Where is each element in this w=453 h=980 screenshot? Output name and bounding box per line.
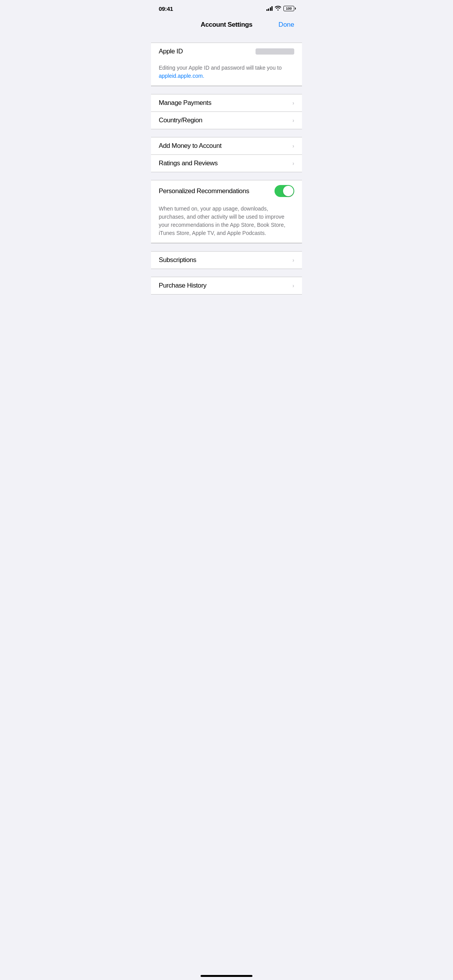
manage-payments-label: Manage Payments — [159, 99, 211, 107]
section-spacer-bottom — [151, 295, 302, 302]
subscriptions-section: Subscriptions › — [151, 251, 302, 269]
personalized-recs-label: Personalized Recommendations — [159, 187, 249, 195]
done-button[interactable]: Done — [278, 19, 294, 30]
section-spacer-5 — [151, 243, 302, 251]
ratings-reviews-label: Ratings and Reviews — [159, 159, 218, 167]
purchase-history-right: › — [292, 283, 294, 289]
section-spacer-6 — [151, 269, 302, 277]
status-bar: 09:41 100 — [151, 0, 302, 17]
country-region-chevron: › — [292, 117, 294, 123]
nav-bar: Account Settings Done — [151, 17, 302, 35]
subscriptions-label: Subscriptions — [159, 256, 196, 264]
ratings-reviews-chevron: › — [292, 160, 294, 166]
status-icons: 100 — [266, 6, 295, 12]
signal-icon — [266, 6, 273, 11]
section-spacer-3 — [151, 129, 302, 137]
toggle-knob — [283, 186, 293, 196]
apple-id-link[interactable]: appleid.apple.com. — [159, 73, 204, 79]
personalized-recs-description: When turned on, your app usage, download… — [151, 202, 302, 243]
subscriptions-right: › — [292, 257, 294, 263]
manage-payments-chevron: › — [292, 100, 294, 106]
subscriptions-chevron: › — [292, 257, 294, 263]
apple-id-info: Editing your Apple ID and password will … — [151, 60, 302, 86]
personalized-section: Personalized Recommendations When turned… — [151, 180, 302, 243]
ratings-reviews-right: › — [292, 160, 294, 166]
manage-payments-right: › — [292, 100, 294, 106]
wifi-icon — [275, 6, 281, 12]
apple-id-row[interactable]: Apple ID — [151, 43, 302, 60]
personalized-recs-row: Personalized Recommendations — [151, 180, 302, 202]
ratings-reviews-row[interactable]: Ratings and Reviews › — [151, 154, 302, 172]
purchase-history-row[interactable]: Purchase History › — [151, 277, 302, 294]
page-content: Apple ID Editing your Apple ID and passw… — [151, 35, 302, 315]
status-time: 09:41 — [159, 5, 173, 12]
money-ratings-section: Add Money to Account › Ratings and Revie… — [151, 137, 302, 172]
add-money-right: › — [292, 143, 294, 149]
purchase-history-chevron: › — [292, 283, 294, 289]
apple-id-right — [256, 48, 294, 55]
apple-id-value — [256, 48, 294, 55]
personalized-recs-toggle[interactable] — [275, 185, 294, 197]
section-spacer-1 — [151, 35, 302, 43]
payments-section: Manage Payments › Country/Region › — [151, 94, 302, 129]
apple-id-label: Apple ID — [159, 48, 183, 55]
purchase-history-section: Purchase History › — [151, 277, 302, 295]
add-money-row[interactable]: Add Money to Account › — [151, 137, 302, 154]
country-region-row[interactable]: Country/Region › — [151, 111, 302, 129]
manage-payments-row[interactable]: Manage Payments › — [151, 94, 302, 111]
purchase-history-label: Purchase History — [159, 282, 206, 290]
subscriptions-row[interactable]: Subscriptions › — [151, 252, 302, 269]
section-spacer-4 — [151, 172, 302, 180]
section-spacer-2 — [151, 86, 302, 94]
page-title: Account Settings — [201, 21, 252, 29]
country-region-right: › — [292, 117, 294, 123]
add-money-chevron: › — [292, 143, 294, 149]
add-money-label: Add Money to Account — [159, 142, 221, 150]
apple-id-info-text: Editing your Apple ID and password will … — [159, 65, 282, 71]
country-region-label: Country/Region — [159, 117, 202, 124]
battery-icon: 100 — [283, 6, 294, 11]
apple-id-section: Apple ID Editing your Apple ID and passw… — [151, 43, 302, 86]
